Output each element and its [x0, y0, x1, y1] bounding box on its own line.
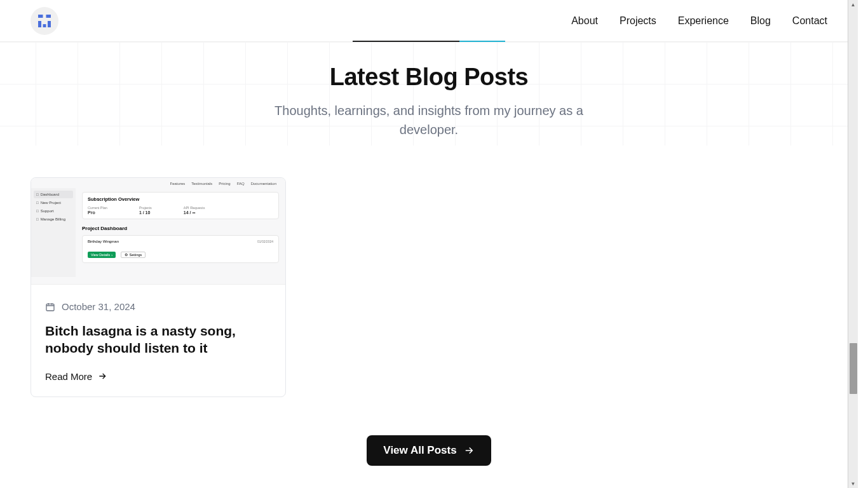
logo[interactable]	[31, 7, 58, 35]
page-title: Latest Blog Posts	[0, 64, 858, 91]
scrollbar-thumb[interactable]	[850, 343, 857, 394]
thumb-side-support: Support	[34, 207, 73, 215]
thumb-side-billing: Manage Billing	[34, 215, 73, 223]
thumb-plan-lbl: Current Plan	[88, 206, 107, 210]
thumb-side-dashboard: Dashboard	[34, 191, 73, 198]
arrow-right-icon	[463, 445, 475, 456]
view-all-label: View All Posts	[383, 444, 456, 457]
scrollbar[interactable]: ▲ ▼	[848, 0, 858, 488]
arrow-right-icon	[97, 371, 107, 381]
thumb-view-details-btn: View Details ›	[88, 252, 116, 258]
thumb-tab-docs: Documentation	[251, 182, 276, 186]
blog-thumbnail: Features Testimonials Pricing FAQ Docume…	[31, 178, 285, 285]
svg-rect-0	[46, 304, 54, 311]
thumb-projects-lbl: Projects	[139, 206, 152, 210]
nav-about[interactable]: About	[571, 15, 598, 27]
nav-projects[interactable]: Projects	[620, 15, 656, 27]
blog-title: Bitch lasagna is a nasty song, nobody sh…	[45, 322, 271, 357]
page-subtitle: Thoughts, learnings, and insights from m…	[270, 101, 588, 139]
thumb-side-new-project: New Project	[34, 199, 73, 207]
blog-card[interactable]: Features Testimonials Pricing FAQ Docume…	[31, 177, 286, 397]
scroll-up-icon[interactable]: ▲	[848, 0, 858, 9]
thumb-plan-val: Pro	[88, 210, 95, 215]
scroll-down-icon[interactable]: ▼	[848, 479, 858, 488]
thumb-projects-val: 1 / 10	[139, 210, 151, 215]
thumb-tab-testimonials: Testimonials	[191, 182, 212, 186]
thumb-proj-name: Birthday Wingman	[88, 240, 119, 243]
read-more-label: Read More	[45, 371, 92, 382]
view-all-posts-button[interactable]: View All Posts	[367, 435, 491, 466]
thumb-api-val: 14 / ∞	[184, 210, 196, 215]
thumb-settings-btn: ⚙ Settings	[121, 252, 146, 258]
calendar-icon	[45, 302, 55, 312]
nav-blog[interactable]: Blog	[750, 15, 771, 27]
nav-experience[interactable]: Experience	[678, 15, 729, 27]
thumb-sub-title: Subscription Overview	[88, 196, 273, 202]
thumb-api-lbl: API Requests	[184, 206, 205, 210]
thumb-tab-faq: FAQ	[237, 182, 245, 186]
divider-accent	[353, 41, 505, 42]
thumb-proj-date: 01/02/2024	[257, 240, 273, 243]
thumb-dash-title: Project Dashboard	[82, 226, 279, 231]
thumb-tab-pricing: Pricing	[219, 182, 230, 186]
read-more-link[interactable]: Read More	[45, 371, 107, 382]
blog-date: October 31, 2024	[62, 301, 135, 312]
thumb-tab-features: Features	[170, 182, 186, 186]
nav-contact[interactable]: Contact	[792, 15, 827, 27]
